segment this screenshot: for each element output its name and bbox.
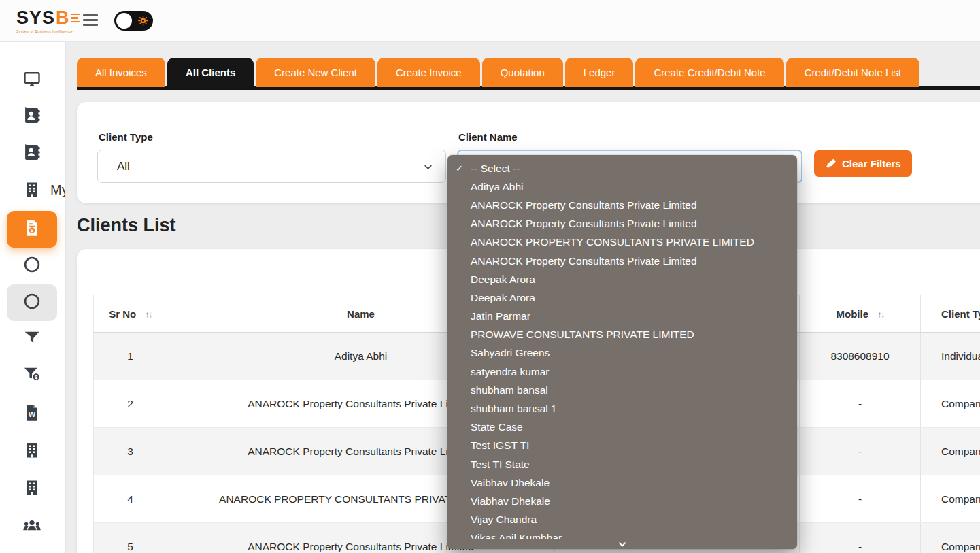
dropdown-option[interactable]: ANAROCK Property Consultants Private Lim…: [447, 215, 797, 233]
dropdown-option[interactable]: ✓-- Select --: [447, 159, 797, 178]
filter-dollar-icon: $: [22, 364, 41, 386]
dropdown-option[interactable]: State Case: [447, 418, 797, 437]
building-icon: [22, 478, 41, 500]
dropdown-option[interactable]: Sahyadri Greens: [447, 344, 797, 363]
dropdown-option-label: ANAROCK Property Consultants Private Lim…: [471, 199, 697, 212]
dropdown-option[interactable]: Test IGST TI: [447, 437, 797, 455]
toggle-knob: [116, 13, 132, 29]
sidebar: My$$W: [0, 42, 66, 553]
cell-sr: 5: [94, 523, 167, 553]
dropdown-option-label: satyendra kumar: [471, 366, 549, 378]
dropdown-option-label: Aditya Abhi: [471, 181, 524, 193]
cell-mobile: -: [800, 523, 921, 553]
tab-ledger[interactable]: Ledger: [565, 58, 634, 87]
dropdown-option[interactable]: shubham bansal: [447, 381, 797, 399]
sidebar-item-monitor-0[interactable]: [7, 62, 57, 99]
clear-filters-button[interactable]: Clear Filters: [814, 150, 912, 177]
tab-bar: All InvoicesAll ClientsCreate New Client…: [77, 58, 980, 87]
gear-icon: [137, 15, 149, 27]
scroll-more-chevron[interactable]: [447, 539, 797, 549]
building-icon: [22, 180, 41, 202]
dropdown-option[interactable]: ANAROCK Property Consultants Private Lim…: [447, 196, 797, 214]
tab-create-invoice[interactable]: Create Invoice: [377, 58, 480, 87]
column-header-mobile[interactable]: Mobile↑↓: [800, 295, 921, 333]
tab-quotation[interactable]: Quotation: [482, 58, 563, 87]
sidebar-item-users-12[interactable]: [7, 508, 57, 545]
sidebar-item-filter-7[interactable]: [7, 321, 57, 358]
dropdown-option-label: Deepak Arora: [471, 273, 535, 286]
dropdown-option-label: -- Select --: [471, 163, 520, 175]
dropdown-option[interactable]: shubham bansal 1: [447, 399, 797, 418]
client-name-dropdown: ✓-- Select --Aditya AbhiANAROCK Property…: [447, 155, 797, 549]
sidebar-item-label: My: [50, 182, 66, 198]
svg-text:$: $: [31, 227, 34, 233]
cell-client_type: Company: [921, 475, 980, 523]
address-book-icon: [22, 143, 41, 165]
cell-client_type: Company: [921, 380, 980, 428]
chevron-down-icon: [618, 539, 627, 549]
filter-icon: [22, 329, 41, 350]
cell-mobile: 8308608910: [800, 333, 921, 380]
tab-create-credit-debit-note[interactable]: Create Credit/Debit Note: [635, 58, 783, 87]
cell-mobile: -: [800, 380, 921, 428]
app-logo[interactable]: SYSB System of Business Intelligence: [16, 7, 80, 33]
sidebar-item-address-book-1[interactable]: [7, 99, 57, 135]
sidebar-item-address-book-2[interactable]: [7, 135, 57, 172]
column-header-client-type: Client Type: [921, 295, 980, 333]
sidebar-item-circle-outline-6[interactable]: [7, 284, 57, 321]
users-icon: [22, 516, 41, 537]
circle-outline-icon: [22, 255, 41, 277]
dropdown-option[interactable]: Vaibhav Dhekale: [447, 473, 797, 492]
cell-sr: 4: [94, 475, 167, 523]
dropdown-option[interactable]: PROWAVE CONSULTANTS PRIVATE LIMITED: [447, 326, 797, 344]
dropdown-option-label: Viabhav Dhekale: [471, 495, 550, 507]
dropdown-option[interactable]: Test TI State: [447, 455, 797, 473]
address-book-icon: [22, 106, 41, 128]
dropdown-option-label: shubham bansal 1: [471, 403, 557, 415]
tab-create-new-client[interactable]: Create New Client: [256, 58, 375, 87]
dropdown-option[interactable]: ANAROCK PROPERTY CONSULTANTS PRIVATE LIM…: [447, 233, 797, 252]
circle-outline-icon: [22, 292, 41, 314]
tab-credit-debit-note-list[interactable]: Credit/Debit Note List: [786, 58, 920, 87]
dropdown-option[interactable]: Aditya Abhi: [447, 178, 797, 196]
dropdown-option[interactable]: satyendra kumar: [447, 363, 797, 381]
sort-icon[interactable]: ↑↓: [877, 309, 884, 320]
dropdown-option-label: ANAROCK PROPERTY CONSULTANTS PRIVATE LIM…: [471, 236, 754, 248]
client-type-select[interactable]: All: [97, 150, 446, 183]
logo-tagline: System of Business Intelligence: [16, 29, 80, 33]
dropdown-option[interactable]: Deepak Arora: [447, 270, 797, 288]
sidebar-item-circle-outline-5[interactable]: [7, 248, 57, 284]
page-title: Clients List: [77, 215, 176, 236]
dropdown-option[interactable]: Vijay Chandra: [447, 511, 797, 529]
monitor-icon: [22, 69, 41, 91]
column-header-sr-no[interactable]: Sr No↑↓: [94, 295, 167, 333]
client-name-label: Client Name: [458, 131, 518, 143]
sort-icon[interactable]: ↑↓: [145, 309, 152, 320]
sidebar-item-invoice-dollar-4[interactable]: $: [7, 211, 57, 248]
client-type-value: All: [117, 160, 130, 173]
svg-text:$: $: [35, 374, 38, 380]
dropdown-option-label: shubham bansal: [471, 384, 548, 397]
theme-toggle[interactable]: [114, 11, 153, 31]
sidebar-item-filter-dollar-8[interactable]: $: [7, 356, 57, 393]
dropdown-option-label: Vaibhav Dhekale: [471, 477, 550, 489]
svg-text:W: W: [29, 410, 36, 418]
menu-icon[interactable]: [83, 14, 98, 29]
dropdown-option[interactable]: Jatin Parmar: [447, 307, 797, 326]
dropdown-option[interactable]: Deepak Arora: [447, 288, 797, 307]
sidebar-item-building-3[interactable]: My: [7, 173, 57, 210]
sidebar-item-word-file-9[interactable]: W: [7, 396, 57, 433]
eraser-icon: [825, 158, 837, 169]
tab-all-invoices[interactable]: All Invoices: [77, 58, 165, 87]
tab-all-clients[interactable]: All Clients: [167, 58, 254, 87]
sidebar-item-building-10[interactable]: [7, 433, 57, 470]
dropdown-option-label: State Case: [471, 421, 523, 433]
cell-sr: 2: [94, 380, 167, 428]
dropdown-option-label: Test IGST TI: [471, 439, 529, 452]
dropdown-option-label: Sahyadri Greens: [471, 347, 550, 359]
cell-client_type: Company: [921, 428, 980, 475]
cell-sr: 1: [94, 333, 167, 380]
sidebar-item-building-11[interactable]: [7, 471, 57, 507]
dropdown-option[interactable]: ANAROCK Property Consultants Private Lim…: [447, 252, 797, 270]
dropdown-option[interactable]: Viabhav Dhekale: [447, 492, 797, 510]
